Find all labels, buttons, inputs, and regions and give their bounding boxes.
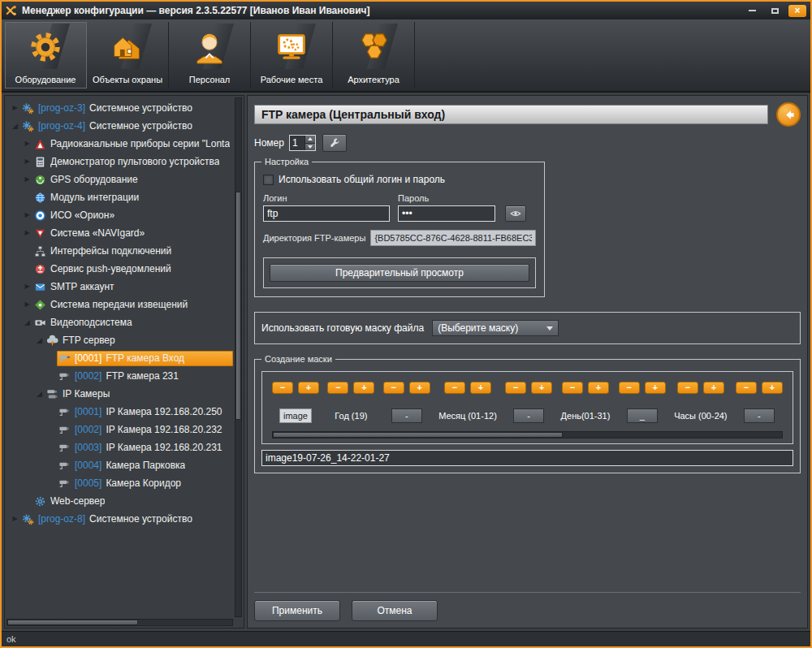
collapse-arrow-icon[interactable]: ◢ (34, 331, 45, 349)
ribbon-tab-4[interactable]: Рабочие места (251, 22, 333, 89)
ftp-icon (46, 335, 58, 347)
segment-add-button[interactable]: + (762, 382, 783, 394)
segment-remove-button[interactable]: − (736, 382, 757, 394)
tree-item[interactable]: [0002] IP Камера 192.168.20.232 (6, 421, 233, 438)
spinner-up-button[interactable] (305, 136, 315, 143)
tree-item-id: [prog-oz-4] (38, 120, 85, 132)
tree-vertical-scrollbar[interactable] (235, 97, 242, 617)
collapse-arrow-icon[interactable]: ◢ (22, 313, 32, 331)
expand-arrow-icon[interactable]: ▶ (10, 510, 20, 528)
tree-horizontal-scrollbar-thumb[interactable] (7, 620, 138, 625)
tree-item-label: ИСО «Орион» (50, 210, 114, 221)
expand-arrow-icon[interactable]: ▶ (22, 278, 32, 296)
edit-number-button[interactable] (322, 134, 347, 152)
expand-arrow-icon[interactable]: ▶ (22, 135, 32, 153)
segment-add-button[interactable]: + (470, 382, 491, 394)
mask-separator-button[interactable]: - (513, 408, 544, 423)
segment-add-button[interactable]: + (645, 382, 666, 394)
tree-item[interactable]: ▶ [prog-oz-8] Системное устройство (6, 510, 233, 528)
tree-item[interactable]: ▶ Демонстратор пультового устройства (6, 153, 233, 171)
expand-arrow-icon[interactable]: ▶ (22, 153, 32, 171)
cancel-button[interactable]: Отмена (352, 600, 438, 621)
expand-arrow-icon[interactable]: ▶ (22, 224, 32, 242)
show-password-button[interactable] (505, 205, 526, 222)
ribbon-tab-1[interactable]: Оборудование (5, 22, 87, 89)
tree-item[interactable]: ◢ Видеоподсистема (6, 313, 233, 331)
segment-remove-button[interactable]: − (272, 382, 293, 394)
mask-select-combobox[interactable]: (Выберите маску) (432, 320, 559, 336)
segment-add-button[interactable]: + (409, 382, 430, 394)
tree-item-id: [0002] (75, 424, 102, 435)
segment-add-button[interactable]: + (588, 382, 609, 394)
mask-horizontal-scrollbar-thumb[interactable] (273, 432, 563, 438)
ribbon-tab-5[interactable]: Архитектура (333, 22, 415, 89)
tree-item[interactable]: Интерфейсы подключений (6, 242, 233, 260)
mask-builder-inner: − + image − + Год (19) − + - − + Ме (261, 371, 793, 444)
tree-item[interactable]: [0004] Камера Парковка (6, 456, 233, 474)
tree-item[interactable]: Сервис push-уведомлений (6, 260, 233, 278)
segment-remove-button[interactable]: − (505, 382, 526, 394)
collapse-arrow-icon[interactable]: ◢ (10, 117, 20, 135)
tree-item[interactable]: ▶ ИСО «Орион» (6, 206, 233, 224)
login-input[interactable] (263, 205, 390, 222)
mask-separator-button[interactable]: - (744, 408, 775, 423)
back-button[interactable] (776, 102, 801, 127)
preview-button[interactable]: Предварительный просмотр (270, 264, 529, 282)
directory-input[interactable] (370, 230, 536, 246)
ribbon-tab-label: Объекты охраны (93, 75, 162, 89)
tree-item[interactable]: [0003] IP Камера 192.168.20.231 (6, 438, 233, 456)
expand-arrow-icon[interactable]: ▶ (22, 171, 32, 188)
spinner-down-button[interactable] (305, 143, 315, 151)
segment-remove-button[interactable]: − (677, 382, 698, 394)
segment-add-button[interactable]: + (531, 382, 552, 394)
tree-vertical-scrollbar-thumb[interactable] (235, 192, 241, 420)
expand-arrow-icon[interactable]: ▶ (22, 206, 32, 224)
segment-remove-button[interactable]: − (383, 382, 404, 394)
collapse-arrow-icon[interactable]: ◢ (34, 385, 45, 403)
ribbon-tab-3[interactable]: Персонал (169, 22, 251, 89)
tree-item[interactable]: ▶ [prog-oz-3] Системное устройство (6, 99, 233, 117)
expand-arrow-icon[interactable]: ▶ (10, 99, 20, 117)
tree-item[interactable]: [0002] FTP камера 231 (6, 367, 233, 385)
tree-item[interactable]: ▶ Радиоканальные приборы серии "Lonta-Op… (6, 135, 233, 153)
segment-remove-button[interactable]: − (562, 382, 583, 394)
tree-item[interactable]: ▶ Система передачи извещений (6, 296, 233, 313)
tree-item[interactable]: ◢ FTP сервер (6, 331, 233, 349)
tree-item[interactable]: ▶ SMTP аккаунт (6, 278, 233, 296)
tree-item[interactable]: ◢ [prog-oz-4] Системное устройство (6, 117, 233, 135)
password-input[interactable] (398, 205, 495, 222)
segment-add-button[interactable]: + (703, 382, 724, 394)
expand-arrow-icon[interactable]: ▶ (22, 296, 32, 313)
mask-segment-value[interactable]: image (279, 408, 312, 423)
tree-item[interactable]: [0001] IP Камера 192.168.20.250 (6, 403, 233, 421)
apply-button[interactable]: Применить (254, 600, 340, 621)
back-arrow-icon (783, 109, 795, 121)
tree-item[interactable]: [0005] Камера Коридор (6, 474, 233, 492)
mask-horizontal-scrollbar[interactable] (272, 431, 783, 438)
tree-item[interactable]: ◢ IP Камеры (6, 385, 233, 403)
mask-separator-button[interactable]: _ (627, 408, 658, 423)
tree-item[interactable]: Модуль интеграции (6, 188, 233, 206)
mask-columns: − + image − + Год (19) − + - − + Ме (272, 382, 783, 423)
tree-item[interactable]: ▶ GPS оборудование (6, 171, 233, 188)
segment-remove-button[interactable]: − (619, 382, 640, 394)
mask-result-input[interactable] (261, 450, 793, 466)
tree-item[interactable]: ▶ Система «NAVIgard» (6, 224, 233, 242)
tree-item-label: FTP камера 231 (106, 370, 179, 382)
tree-item-label: Web-сервер (50, 495, 105, 507)
tree-item[interactable]: Web-сервер (6, 492, 233, 510)
tree-item[interactable]: [0001] FTP камера Вход (6, 349, 233, 367)
mask-builder-group: Создание маски − + image − + Год (19) − … (254, 359, 801, 473)
ribbon-tab-2[interactable]: Объекты охраны (87, 22, 169, 89)
segment-remove-button[interactable]: − (444, 382, 465, 394)
segment-remove-button[interactable]: − (327, 382, 348, 394)
number-input[interactable] (290, 136, 304, 150)
segment-add-button[interactable]: + (353, 382, 374, 394)
minimize-button[interactable] (743, 5, 761, 17)
shared-login-checkbox[interactable] (263, 175, 274, 185)
tree-horizontal-scrollbar[interactable] (6, 619, 233, 626)
mask-separator-button[interactable]: - (391, 408, 422, 423)
close-button[interactable]: × (788, 5, 806, 17)
maximize-button[interactable] (766, 5, 784, 17)
segment-add-button[interactable]: + (298, 382, 319, 394)
